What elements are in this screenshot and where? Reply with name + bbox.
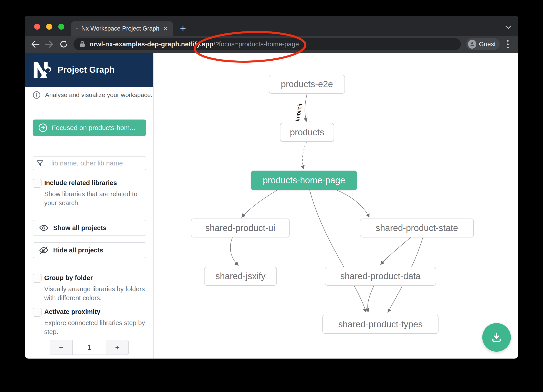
address-bar[interactable]: nrwl-nx-examples-dep-graph.netlify.app/?… — [74, 38, 461, 50]
dependency-edges — [154, 53, 518, 359]
arrow-right-circle-icon — [38, 123, 48, 133]
tab-favicon-globe-icon — [76, 25, 78, 32]
zoom-window-button[interactable] — [58, 24, 64, 30]
node-products-home-page[interactable]: products-home-page — [251, 171, 357, 190]
user-icon — [469, 41, 475, 47]
secure-lock-icon — [80, 41, 85, 48]
node-products[interactable]: products — [280, 123, 334, 142]
app-title: Project Graph — [58, 65, 114, 75]
page-content: Project Graph Analyse and visualize your… — [25, 53, 518, 359]
sidebar-header: Project Graph — [25, 53, 153, 87]
group-by-folder-description: Visually arrange libraries by folders wi… — [44, 285, 150, 302]
include-related-label: Include related libraries — [44, 179, 117, 187]
tab-search-chevron-icon[interactable] — [504, 24, 513, 30]
download-icon — [490, 331, 503, 344]
download-image-button[interactable] — [482, 323, 511, 352]
new-tab-button[interactable]: + — [180, 22, 186, 34]
edge-shared-product-state-shared-product-data — [381, 237, 411, 265]
browser-tab[interactable]: Nx Workspace Project Graph ✕ — [71, 22, 173, 36]
node-shared-product-data[interactable]: shared-product-data — [325, 267, 436, 286]
tab-title: Nx Workspace Project Graph — [81, 25, 159, 32]
edge-shared-product-data-shared-product-types — [368, 286, 374, 312]
window-controls — [34, 24, 64, 30]
focused-banner-button[interactable]: Focused on products-hom... — [33, 120, 146, 136]
node-shared-product-state[interactable]: shared-product-state — [360, 219, 474, 237]
filter-input[interactable] — [47, 156, 146, 170]
stepper-increment-button[interactable]: + — [106, 340, 128, 354]
include-related-description: Show libraries that are related to your … — [44, 189, 150, 207]
back-button[interactable] — [28, 36, 42, 53]
edge-shared-product-ui-shared-jsxify — [230, 237, 238, 265]
node-products-e2e[interactable]: products-e2e — [269, 75, 345, 94]
edge-home-page-shared-product-types — [310, 190, 366, 312]
minimize-window-button[interactable] — [46, 24, 52, 30]
avatar — [468, 40, 476, 49]
edge-products-products-home-page — [302, 142, 306, 169]
hide-all-projects-label: Hide all projects — [53, 247, 103, 254]
profile-name: Guest — [479, 41, 496, 48]
focused-banner-label: Focused on products-hom... — [52, 124, 135, 132]
hide-all-projects-button[interactable]: Hide all projects — [33, 242, 146, 258]
edge-home-page-shared-product-state — [337, 190, 369, 217]
edge-home-page-shared-product-ui — [242, 190, 277, 217]
back-arrow-icon — [32, 41, 39, 47]
stepper-decrement-button[interactable]: − — [50, 340, 72, 354]
activate-proximity-description: Explore connected libraries step by step… — [44, 318, 150, 336]
browser-window: Nx Workspace Project Graph ✕ + nrwl-nx-e… — [25, 16, 518, 359]
show-all-projects-button[interactable]: Show all projects — [33, 220, 146, 236]
edge-products-e2e-products — [305, 94, 307, 121]
url-domain: nrwl-nx-examples-dep-graph.netlify.app — [90, 41, 214, 48]
activate-proximity-label: Activate proximity — [44, 308, 100, 315]
activate-proximity-checkbox[interactable] — [33, 308, 41, 317]
info-icon — [33, 91, 41, 99]
nx-logo — [34, 62, 52, 78]
stepper-value: 1 — [72, 340, 106, 354]
proximity-depth-stepper: − 1 + — [50, 340, 129, 355]
group-by-folder-label: Group by folder — [44, 274, 93, 282]
url-text: nrwl-nx-examples-dep-graph.netlify.app/?… — [90, 41, 299, 48]
group-by-folder-checkbox[interactable] — [33, 274, 41, 283]
tagline-text: Analyse and visualize your workspace. — [45, 91, 153, 99]
node-shared-jsxify[interactable]: shared-jsxify — [204, 267, 277, 286]
eye-icon — [39, 225, 48, 231]
browser-menu-button[interactable] — [505, 39, 510, 50]
close-tab-icon[interactable]: ✕ — [163, 25, 168, 32]
refresh-button[interactable] — [57, 36, 71, 53]
forward-button — [42, 36, 56, 53]
browser-toolbar: nrwl-nx-examples-dep-graph.netlify.app/?… — [25, 36, 518, 53]
include-related-checkbox[interactable] — [33, 179, 41, 188]
tab-strip: Nx Workspace Project Graph ✕ + — [25, 16, 518, 36]
close-window-button[interactable] — [34, 24, 40, 30]
node-shared-product-types[interactable]: shared-product-types — [322, 315, 439, 334]
url-query: /?focus=products-home-page — [214, 41, 299, 48]
forward-arrow-icon — [45, 41, 52, 47]
node-shared-product-ui[interactable]: shared-product-ui — [191, 219, 290, 237]
eye-off-icon — [39, 246, 48, 254]
profile-button[interactable]: Guest — [466, 38, 500, 50]
funnel-icon — [33, 156, 47, 170]
graph-canvas[interactable]: implicit products-e2e products products-… — [154, 53, 518, 359]
tagline-row: Analyse and visualize your workspace. — [33, 91, 153, 99]
show-all-projects-label: Show all projects — [53, 224, 107, 232]
filter-field — [33, 156, 146, 170]
sidebar: Project Graph Analyse and visualize your… — [25, 53, 154, 359]
